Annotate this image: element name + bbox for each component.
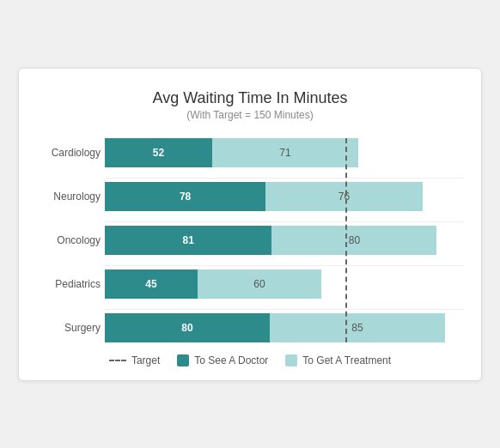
bar-label: Oncology	[36, 234, 101, 246]
bar-doctor: 52	[105, 138, 212, 167]
bar-row: Cardiology5271	[105, 138, 464, 167]
bar-treatment: 85	[270, 313, 445, 342]
bar-treatment: 60	[198, 269, 321, 299]
bar-label: Pediatrics	[36, 278, 101, 290]
bar-treatment: 71	[212, 138, 358, 167]
bar-group: 8085	[105, 313, 445, 342]
row-divider	[105, 309, 464, 310]
bar-treatment: 80	[271, 226, 436, 255]
bar-doctor: 45	[105, 269, 198, 299]
bar-doctor: 80	[105, 313, 270, 342]
bar-group: 4560	[105, 269, 321, 299]
bar-row: Pediatrics4560	[105, 269, 464, 299]
legend: Target To See A Doctor To Get A Treatmen…	[36, 354, 464, 366]
bar-row: Surgery8085	[105, 313, 464, 342]
bar-row: Neurology7876	[105, 182, 464, 211]
legend-target-label: Target	[131, 354, 160, 366]
bar-row: Oncology8180	[105, 226, 464, 255]
chart-card: Avg Waiting Time In Minutes (With Target…	[18, 68, 482, 381]
legend-treatment-label: To Get A Treatment	[302, 354, 391, 366]
chart-title: Avg Waiting Time In Minutes	[36, 89, 464, 107]
bar-label: Surgery	[36, 322, 101, 334]
legend-target: Target	[109, 354, 160, 366]
row-divider	[105, 178, 464, 179]
bar-group: 7876	[105, 182, 423, 211]
row-divider	[105, 265, 464, 266]
legend-treatment: To Get A Treatment	[285, 354, 391, 366]
doctor-color-icon	[177, 354, 189, 366]
chart-area: Cardiology5271Neurology7876Oncology8180P…	[36, 138, 464, 342]
bar-doctor: 81	[105, 226, 271, 255]
bar-doctor: 78	[105, 182, 265, 211]
bar-label: Cardiology	[36, 147, 101, 159]
target-dash-icon	[109, 360, 126, 361]
chart-subtitle: (With Target = 150 Minutes)	[36, 109, 464, 121]
row-divider	[105, 221, 464, 222]
bar-treatment: 76	[265, 182, 422, 211]
legend-doctor: To See A Doctor	[177, 354, 268, 366]
legend-doctor-label: To See A Doctor	[194, 354, 268, 366]
bar-label: Neurology	[36, 191, 101, 203]
treatment-color-icon	[285, 354, 297, 366]
bar-group: 5271	[105, 138, 358, 167]
bar-group: 8180	[105, 226, 436, 255]
